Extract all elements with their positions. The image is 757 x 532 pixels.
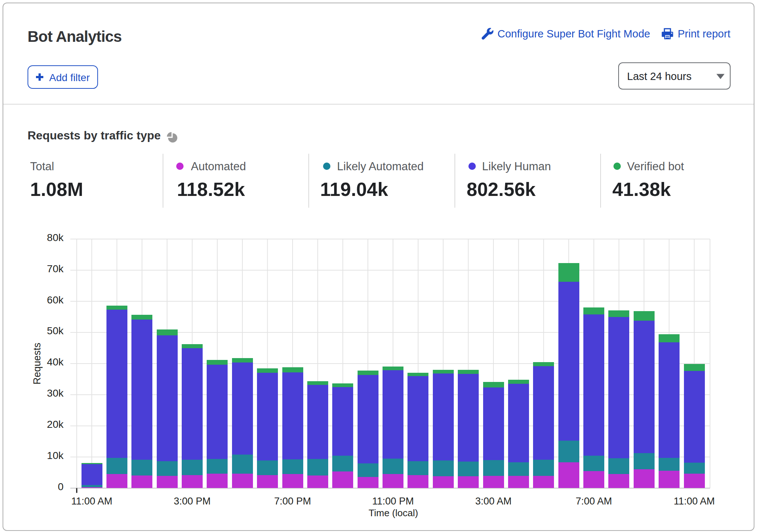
svg-text:10k: 10k — [47, 450, 64, 461]
svg-text:70k: 70k — [47, 263, 64, 274]
svg-text:11:00 AM: 11:00 AM — [71, 496, 112, 507]
svg-text:3:00 PM: 3:00 PM — [174, 496, 211, 507]
svg-text:Time (local): Time (local) — [369, 507, 418, 518]
svg-text:50k: 50k — [47, 325, 64, 336]
svg-text:7:00 AM: 7:00 AM — [576, 496, 612, 507]
svg-text:11:00 PM: 11:00 PM — [372, 496, 414, 507]
svg-text:20k: 20k — [47, 419, 64, 430]
svg-text:40k: 40k — [47, 356, 64, 368]
svg-text:11:00 AM: 11:00 AM — [674, 496, 715, 507]
svg-text:Requests: Requests — [32, 343, 43, 385]
svg-text:7:00 PM: 7:00 PM — [274, 496, 311, 507]
svg-text:3:00 AM: 3:00 AM — [475, 496, 511, 507]
svg-text:30k: 30k — [47, 387, 64, 399]
svg-text:60k: 60k — [47, 294, 64, 306]
svg-text:0: 0 — [58, 481, 64, 492]
svg-text:80k: 80k — [47, 232, 64, 243]
